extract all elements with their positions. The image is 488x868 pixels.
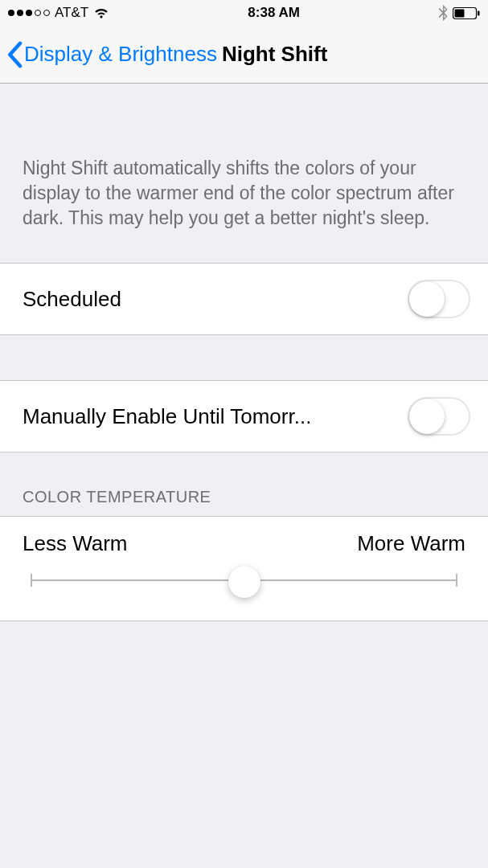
manual-enable-label: Manually Enable Until Tomorr...: [23, 404, 408, 429]
back-label: Display & Brightness: [24, 42, 217, 67]
signal-strength-icon: [8, 10, 50, 16]
scheduled-row[interactable]: Scheduled: [0, 263, 488, 335]
more-warm-label: More Warm: [357, 531, 465, 556]
status-time: 8:38 AM: [248, 5, 300, 21]
nav-bar: Display & Brightness Night Shift: [0, 26, 488, 84]
slider-labels: Less Warm More Warm: [23, 531, 465, 556]
color-temperature-slider[interactable]: [31, 564, 457, 596]
status-bar: AT&T 8:38 AM: [0, 0, 488, 26]
switch-knob: [409, 399, 445, 434]
less-warm-label: Less Warm: [23, 531, 128, 556]
manual-enable-switch[interactable]: [408, 397, 470, 436]
svg-rect-1: [455, 9, 465, 17]
slider-thumb[interactable]: [228, 566, 260, 598]
carrier-label: AT&T: [55, 5, 88, 21]
status-left: AT&T: [8, 5, 109, 21]
manual-enable-row[interactable]: Manually Enable Until Tomorr...: [0, 380, 488, 452]
switch-knob: [409, 281, 445, 317]
color-temperature-cell: Less Warm More Warm: [0, 516, 488, 621]
bluetooth-icon: [438, 5, 448, 21]
night-shift-description: Night Shift automatically shifts the col…: [0, 84, 488, 263]
slider-tick-left: [31, 574, 32, 587]
back-button[interactable]: Display & Brightness: [6, 41, 217, 68]
status-right: [438, 5, 480, 21]
battery-icon: [453, 7, 480, 19]
page-title: Night Shift: [222, 42, 327, 67]
svg-rect-2: [478, 10, 480, 15]
color-temperature-header: COLOR TEMPERATURE: [0, 452, 488, 516]
chevron-left-icon: [6, 41, 23, 68]
wifi-icon: [93, 7, 109, 19]
spacer: [0, 335, 488, 380]
slider-tick-right: [456, 574, 457, 587]
scheduled-switch[interactable]: [408, 280, 470, 318]
scheduled-label: Scheduled: [23, 287, 408, 312]
